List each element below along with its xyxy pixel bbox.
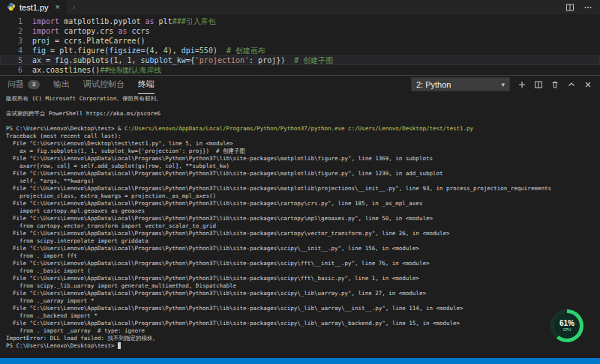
code-line[interactable]: 1import matplotlib.pyplot as plt###引入库包 [0, 16, 600, 26]
terminal-line: File "C:\Users\Lenovo\AppData\Local\Prog… [6, 170, 600, 178]
cpu-gauge-value: 61% [560, 320, 574, 327]
code-text: import cartopy.crs as ccrs [32, 26, 150, 36]
terminal-line: from ._basic import ( [6, 267, 600, 275]
panel-tab-problems[interactable]: 问题3 [8, 76, 40, 94]
kill-terminal-icon[interactable] [550, 80, 560, 89]
cpu-gauge-inner: 61% CPU [554, 313, 580, 339]
terminal-line: File "C:\Users\Lenovo\AppData\Local\Prog… [6, 200, 600, 207]
terminal-line: import cartopy.mpl.geoaxes as geoaxes [6, 207, 600, 215]
terminal-line: ImportError: DLL load failed: 找不到指定的模块。 [6, 335, 600, 342]
terminal-line: File "C:\Users\Lenovo\AppData\Local\Prog… [6, 245, 600, 252]
line-number: 6 [0, 65, 32, 75]
close-panel-icon[interactable] [584, 80, 592, 89]
terminal-line: ax = fig.subplots(1, 1, subplot_kw={'pro… [6, 148, 600, 155]
terminal-line: 尝试新的跨平台 PowerShell https://aka.ms/pscore… [6, 110, 600, 118]
split-terminal-icon[interactable] [534, 80, 543, 89]
new-terminal-icon[interactable] [518, 80, 526, 89]
code-line[interactable]: 3proj = ccrs.PlateCarree() [0, 36, 600, 46]
status-bar[interactable] [0, 358, 600, 364]
editor-area: test1.py × › 1import matplotlib.pyplot a… [0, 0, 600, 75]
terminal-line: PS C:\Users\Lenovo\Desktop\test> & C:/Us… [6, 125, 600, 133]
terminal-line: File "C:\Users\Lenovo\AppData\Local\Prog… [6, 305, 600, 312]
code-line[interactable]: 2import cartopy.crs as ccrs [0, 26, 600, 36]
terminal-line: projection_class, extra_kwargs = project… [6, 192, 600, 200]
terminal-line: from ._backend import * [6, 312, 600, 320]
terminal-output[interactable]: 版权所有 (C) Microsoft Corporation。保留所有权利。 尝… [0, 93, 600, 358]
line-number: 3 [0, 36, 32, 46]
code-text: ax.coastlines()##绘制默认海岸线 [32, 65, 161, 75]
panel-controls: 2: Python ▾ [411, 77, 592, 91]
terminal-line: PS C:\Users\Lenovo\Desktop\test> [6, 342, 600, 350]
terminal-line: from scipy.interpolate import griddata [6, 237, 600, 245]
terminal-line: from cartopy.vector_transform import vec… [6, 222, 600, 230]
terminal-line: File "C:\Users\Lenovo\AppData\Local\Prog… [6, 320, 600, 327]
panel-tab-label: 问题 [8, 79, 24, 90]
terminal-line: File "C:\Users\Lenovo\AppData\Local\Prog… [6, 290, 600, 297]
panel-tab-terminal[interactable]: 终端 [138, 76, 154, 94]
terminal-line: File "C:\Users\Lenovo\AppData\Local\Prog… [6, 275, 600, 282]
bottom-panel: 问题3输出调试控制台终端 2: Python ▾ 版权所有 (C) Micros [0, 75, 600, 358]
code-text: proj = ccrs.PlateCarree() [32, 36, 146, 46]
maximize-panel-icon[interactable] [567, 80, 576, 89]
problems-badge: 3 [28, 80, 40, 89]
terminal-line: File "C:\Users\Lenovo\AppData\Local\Prog… [6, 185, 600, 192]
terminal-line [6, 118, 600, 125]
split-editor-icon[interactable] [566, 3, 574, 12]
code-text: fig = plt.figure(figsize=(4, 4), dpi=550… [32, 46, 266, 55]
more-actions-icon[interactable] [584, 3, 592, 12]
terminal-line: File "C:\Users\Lenovo\AppData\Local\Prog… [6, 260, 600, 267]
terminal-line: File "C:\Users\Lenovo\Desktop\test\test1… [6, 140, 600, 148]
code-text: import matplotlib.pyplot as plt###引入库包 [32, 16, 216, 26]
tab-test1py[interactable]: test1.py × [0, 0, 67, 14]
panel-tab-output[interactable]: 输出 [53, 76, 70, 94]
code-line[interactable]: 5ax = fig.subplots(1, 1, subplot_kw={'pr… [0, 55, 600, 65]
terminal-line: from scipy._lib.uarray import generate_m… [6, 282, 600, 290]
panel-tab-debug-console[interactable]: 调试控制台 [83, 76, 124, 94]
tab-close-icon[interactable]: × [56, 3, 60, 11]
panel-tab-label: 输出 [53, 79, 70, 90]
panel-tab-label: 调试控制台 [83, 79, 124, 90]
terminal-line: self, *args, **kwargs) [6, 178, 600, 185]
terminal-line: 版权所有 (C) Microsoft Corporation。保留所有权利。 [6, 95, 600, 103]
panel-tab-label: 终端 [138, 79, 154, 90]
code-text: ax = fig.subplots(1, 1, subplot_kw={'pro… [32, 55, 333, 65]
chevron-down-icon: ▾ [501, 81, 505, 88]
vscode-window: { "icons": { "close": "×", "breadcrumb_c… [0, 0, 600, 364]
code-lines: 1import matplotlib.pyplot as plt###引入库包2… [0, 16, 600, 75]
terminal-line: File "C:\Users\Lenovo\AppData\Local\Prog… [6, 230, 600, 237]
terminal-line: File "C:\Users\Lenovo\AppData\Local\Prog… [6, 155, 600, 163]
line-number: 2 [0, 26, 32, 36]
terminal-line: from ._uarray import * [6, 297, 600, 305]
code-editor[interactable]: 1import matplotlib.pyplot as plt###引入库包2… [0, 14, 600, 75]
terminal-line: axarr[row, col] = self.add_subplot(gs[ro… [6, 163, 600, 170]
python-file-icon [7, 2, 16, 13]
cpu-gauge-label: CPU [563, 327, 572, 332]
terminal-line [6, 103, 600, 110]
editor-actions [566, 0, 600, 14]
terminal-line: from . import _uarray # type: ignore [6, 327, 600, 335]
terminal-dropdown[interactable]: 2: Python ▾ [411, 77, 510, 91]
line-number: 5 [0, 55, 32, 65]
terminal-line: Traceback (most recent call last): [6, 133, 600, 140]
line-number: 4 [0, 46, 32, 55]
code-line[interactable]: 4fig = plt.figure(figsize=(4, 4), dpi=55… [0, 46, 600, 55]
terminal-line: from . import fft [6, 252, 600, 260]
breadcrumb-chevron-icon: › [73, 3, 75, 11]
line-number: 1 [0, 16, 32, 26]
terminal-dropdown-value: 2: Python [416, 80, 451, 89]
terminal-line: File "C:\Users\Lenovo\AppData\Local\Prog… [6, 215, 600, 222]
panel-header: 问题3输出调试控制台终端 2: Python ▾ [0, 76, 600, 93]
panel-tabs: 问题3输出调试控制台终端 [8, 76, 168, 93]
cpu-gauge: 61% CPU [550, 309, 584, 342]
tab-title: test1.py [20, 3, 49, 12]
code-line[interactable]: 6ax.coastlines()##绘制默认海岸线 [0, 65, 600, 75]
editor-tab-bar: test1.py × › [0, 0, 600, 14]
